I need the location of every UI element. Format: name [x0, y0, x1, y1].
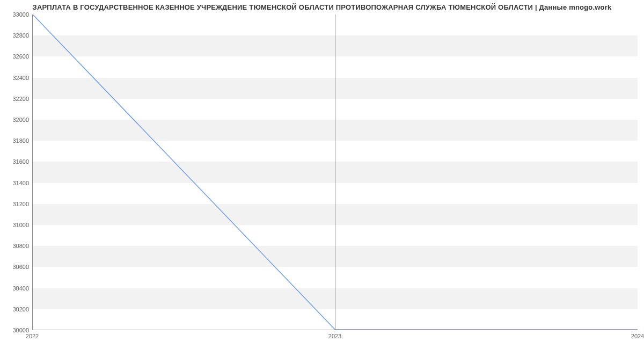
x-tick-label: 2024 — [631, 333, 644, 339]
salary-chart: ЗАРПЛАТА В ГОСУДАРСТВЕННОЕ КАЗЕННОЕ УЧРЕ… — [0, 0, 644, 349]
y-tick-label: 32400 — [2, 75, 29, 81]
y-tick-label: 32200 — [2, 96, 29, 102]
y-tick-label: 31600 — [2, 158, 29, 165]
y-tick-label: 32800 — [2, 32, 29, 39]
y-tick-label: 31000 — [2, 222, 29, 228]
plot-area — [32, 14, 638, 330]
chart-title: ЗАРПЛАТА В ГОСУДАРСТВЕННОЕ КАЗЕННОЕ УЧРЕ… — [0, 3, 644, 11]
y-tick-label: 31400 — [2, 180, 29, 186]
y-tick-label: 30000 — [2, 327, 29, 333]
y-tick-label: 31800 — [2, 137, 29, 144]
y-tick-label: 30400 — [2, 285, 29, 292]
y-tick-label: 30800 — [2, 243, 29, 249]
y-tick-label: 30200 — [2, 306, 29, 312]
y-tick-label: 32600 — [2, 53, 29, 60]
y-tick-label: 31200 — [2, 201, 29, 207]
y-tick-label: 32000 — [2, 117, 29, 123]
x-tick-label: 2022 — [26, 333, 39, 339]
y-tick-label: 30600 — [2, 264, 29, 270]
y-tick-label: 33000 — [2, 11, 29, 18]
x-tick-label: 2023 — [328, 333, 341, 339]
data-line — [33, 14, 638, 330]
